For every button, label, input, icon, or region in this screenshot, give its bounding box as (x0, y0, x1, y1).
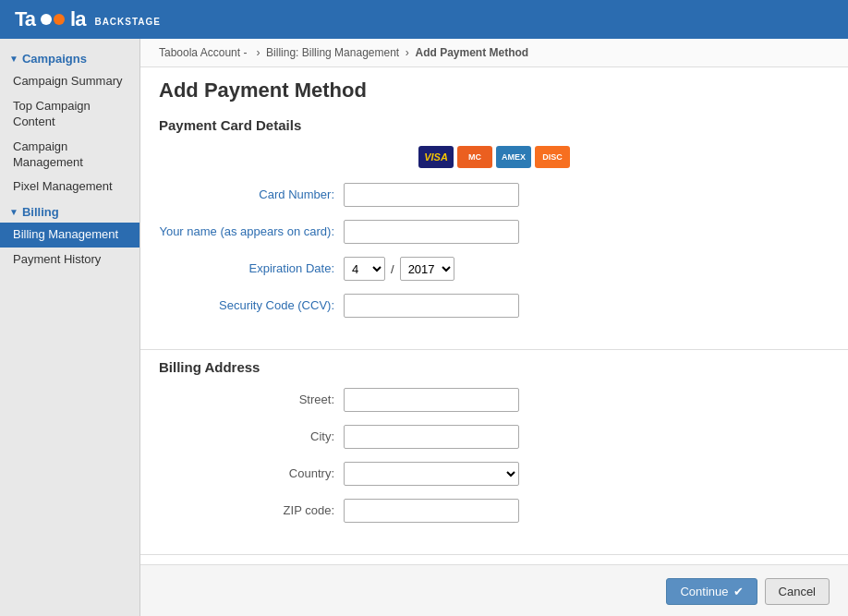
sidebar-section-campaigns[interactable]: ▼ Campaigns (0, 46, 139, 69)
sidebar: ▼ Campaigns Campaign Summary Top Campaig… (0, 39, 140, 616)
page-title: Add Payment Method (140, 67, 848, 117)
name-on-card-row: Your name (as appears on card): (159, 220, 830, 244)
country-select[interactable]: United States United Kingdom Canada Aust… (344, 462, 519, 486)
sidebar-item-pixel-management[interactable]: Pixel Management (0, 175, 139, 199)
country-row: Country: United States United Kingdom Ca… (159, 462, 830, 486)
payment-card-section: Payment Card Details VISA MC AMEX DISC C… (140, 117, 848, 350)
expiry-separator: / (391, 262, 394, 276)
logo-oo (41, 14, 65, 25)
billing-address-section: Billing Address Street: City: Country: U… (140, 359, 848, 555)
card-number-input[interactable] (344, 183, 519, 207)
sidebar-item-payment-history[interactable]: Payment History (0, 248, 139, 272)
billing-address-section-title: Billing Address (159, 359, 830, 375)
breadcrumb-current: Add Payment Method (416, 46, 529, 59)
logo-ta: Ta (15, 7, 35, 31)
security-code-input[interactable] (344, 294, 519, 318)
street-row: Street: (159, 388, 830, 412)
sidebar-section-billing[interactable]: ▼ Billing (0, 199, 139, 223)
city-input[interactable] (344, 425, 519, 449)
sidebar-item-billing-management[interactable]: Billing Management (0, 223, 139, 248)
payment-card-section-title: Payment Card Details (159, 117, 830, 133)
expiration-row: Expiration Date: 123 456 789 101112 / 20… (159, 257, 830, 281)
zip-row: ZIP code: (159, 499, 830, 523)
city-label: City: (159, 429, 344, 445)
amex-icon: AMEX (496, 146, 531, 168)
zip-label: ZIP code: (159, 503, 344, 519)
sidebar-item-campaign-summary[interactable]: Campaign Summary (0, 69, 139, 94)
expiration-label: Expiration Date: (159, 261, 344, 277)
app-header: Ta la BACKSTAGE (0, 0, 848, 39)
campaigns-section-label: Campaigns (22, 52, 87, 66)
card-icons: VISA MC AMEX DISC (159, 146, 830, 168)
card-number-label: Card Number: (159, 187, 344, 203)
campaigns-chevron-icon: ▼ (9, 54, 18, 64)
security-code-row: Security Code (CCV): (159, 294, 830, 318)
billing-section-label: Billing (22, 205, 59, 219)
expiry-year-select[interactable]: 201720182019 202020212022 202320242025 (400, 257, 454, 281)
sidebar-item-campaign-management[interactable]: Campaign Management (0, 135, 139, 175)
zip-input[interactable] (344, 499, 519, 523)
sidebar-item-top-campaign-content[interactable]: Top Campaign Content (0, 94, 139, 135)
country-label: Country: (159, 466, 344, 482)
visa-icon: VISA (418, 146, 454, 168)
breadcrumb-account: Taboola Account - (159, 46, 247, 59)
main-content: Taboola Account - › Billing: Billing Man… (140, 39, 848, 616)
continue-button[interactable]: Continue ✔ (666, 578, 757, 605)
city-row: City: (159, 425, 830, 449)
expiry-selects: 123 456 789 101112 / 201720182019 202020… (344, 257, 454, 281)
billing-chevron-icon: ▼ (9, 207, 18, 217)
name-on-card-input[interactable] (344, 220, 519, 244)
logo-la: la (70, 7, 85, 31)
street-label: Street: (159, 393, 344, 408)
discover-icon: DISC (535, 146, 570, 168)
backstage-label: BACKSTAGE (94, 17, 161, 27)
security-code-label: Security Code (CCV): (159, 298, 344, 314)
mastercard-icon: MC (457, 146, 492, 168)
breadcrumb: Taboola Account - › Billing: Billing Man… (140, 39, 848, 67)
breadcrumb-billing: Billing: Billing Management (266, 46, 399, 59)
cancel-button[interactable]: Cancel (765, 578, 830, 605)
expiry-month-select[interactable]: 123 456 789 101112 (344, 257, 385, 281)
logo[interactable]: Ta la BACKSTAGE (15, 7, 161, 31)
footer-buttons: Continue ✔ Cancel (140, 564, 848, 616)
checkmark-icon: ✔ (733, 585, 744, 598)
name-on-card-label: Your name (as appears on card): (159, 224, 344, 240)
card-number-row: Card Number: (159, 183, 830, 207)
street-input[interactable] (344, 388, 519, 412)
